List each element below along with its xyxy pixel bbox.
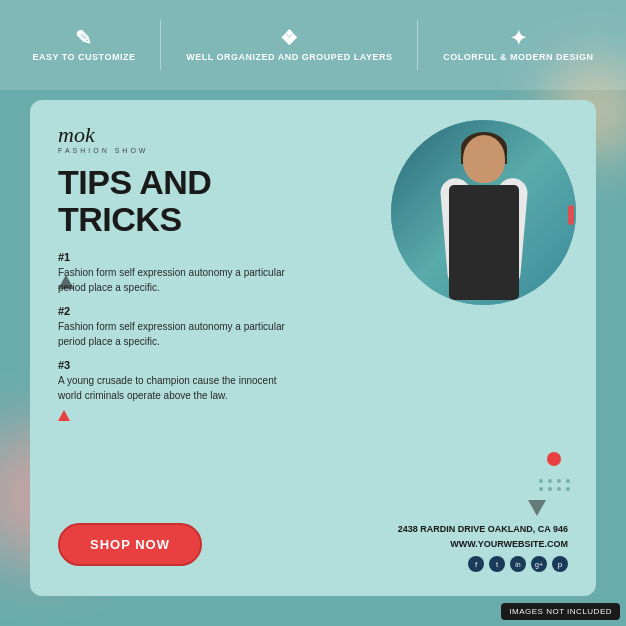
tip-number-2: #2 — [58, 305, 568, 317]
photo-circle — [391, 120, 576, 305]
main-card: mok FASHION SHOW TIPS AN — [30, 100, 596, 596]
banner-item-layers: ❖ WELL ORGANIZED AND GROUPED LAYERS — [186, 28, 392, 62]
logo: mok FASHION SHOW — [58, 124, 148, 154]
social-googleplus[interactable]: g+ — [531, 556, 547, 572]
logo-subtitle: FASHION SHOW — [58, 147, 148, 154]
social-linkedin[interactable]: in — [510, 556, 526, 572]
banner-label-layers: WELL ORGANIZED AND GROUPED LAYERS — [186, 52, 392, 62]
footer-info: 2438 RARDIN DRIVE OAKLAND, CA 946 WWW.YO… — [398, 522, 568, 572]
design-icon: ✦ — [510, 28, 528, 48]
banner-label-design: COLORFUL & MODERN DESIGN — [443, 52, 593, 62]
banner-label-customize: EASY TO CUSTOMIZE — [32, 52, 135, 62]
social-facebook[interactable]: f — [468, 556, 484, 572]
shop-now-button[interactable]: SHOP NOW — [58, 523, 202, 566]
social-icons: f t in g+ p — [398, 556, 568, 572]
dot-8 — [566, 487, 570, 491]
banner-item-customize: ✎ EASY TO CUSTOMIZE — [32, 28, 135, 62]
tip-item-2: #2 Fashion form self expression autonomy… — [58, 305, 568, 349]
customize-icon: ✎ — [75, 28, 93, 48]
tip-item-3: #3 A young crusade to champion cause the… — [58, 359, 568, 403]
triangle-decoration-right — [528, 500, 546, 516]
red-dash-decoration — [568, 205, 574, 225]
social-pinterest[interactable]: p — [552, 556, 568, 572]
dot-1 — [539, 479, 543, 483]
social-twitter[interactable]: t — [489, 556, 505, 572]
dot-5 — [539, 487, 543, 491]
dot-4 — [566, 479, 570, 483]
banner-item-design: ✦ COLORFUL & MODERN DESIGN — [443, 28, 593, 62]
dot-6 — [548, 487, 552, 491]
dot-3 — [557, 479, 561, 483]
figure-coat — [449, 185, 519, 300]
dot-7 — [557, 487, 561, 491]
tip-number-3: #3 — [58, 359, 568, 371]
dot-grid-decoration — [539, 479, 571, 491]
top-banner: ✎ EASY TO CUSTOMIZE ❖ WELL ORGANIZED AND… — [0, 0, 626, 90]
footer-address: 2438 RARDIN DRIVE OAKLAND, CA 946 WWW.YO… — [398, 522, 568, 551]
footer-address-line2: WWW.YOURWEBSITE.COM — [398, 537, 568, 551]
figure-head — [463, 135, 505, 183]
footer-address-line1: 2438 RARDIN DRIVE OAKLAND, CA 946 — [398, 522, 568, 536]
layers-icon: ❖ — [280, 28, 299, 48]
small-triangle-decoration — [58, 410, 70, 421]
tip-text-1: Fashion form self expression autonomy a … — [58, 265, 298, 295]
dot-2 — [548, 479, 552, 483]
figure — [429, 130, 539, 305]
red-dot-decoration — [547, 452, 561, 466]
photo-placeholder — [391, 120, 576, 305]
banner-divider-2 — [417, 20, 418, 70]
tip-text-2: Fashion form self expression autonomy a … — [58, 319, 298, 349]
banner-divider-1 — [160, 20, 161, 70]
tip-text-3: A young crusade to champion cause the in… — [58, 373, 298, 403]
images-not-included-badge: IMAGES NOT INCLUDED — [501, 603, 620, 620]
logo-text: mok — [58, 124, 148, 146]
triangle-decoration-left — [58, 275, 74, 289]
